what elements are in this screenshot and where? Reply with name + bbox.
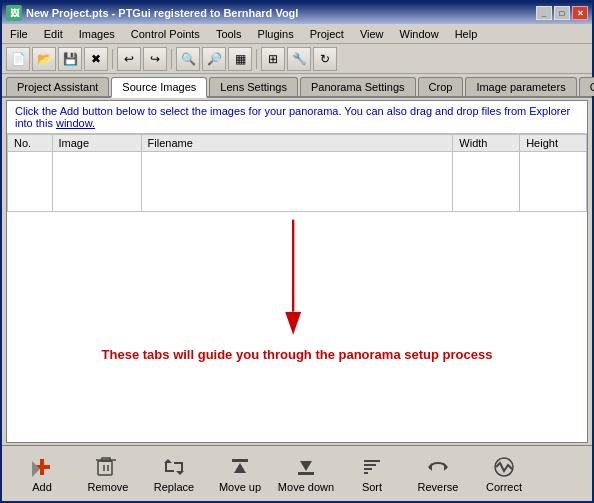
svg-marker-21 — [444, 463, 448, 471]
redo-button[interactable]: ↪ — [143, 47, 167, 71]
replace-icon — [162, 455, 186, 479]
sort-icon — [360, 455, 384, 479]
remove-icon — [96, 455, 120, 479]
sort-label: Sort — [362, 481, 382, 493]
menu-file[interactable]: File — [6, 26, 32, 42]
sort-icon-svg — [360, 455, 384, 479]
close-file-button[interactable]: ✖ — [84, 47, 108, 71]
add-icon-svg — [30, 455, 54, 479]
remove-icon-svg — [96, 455, 120, 479]
add-label: Add — [32, 481, 52, 493]
menu-help[interactable]: Help — [451, 26, 482, 42]
move-down-label: Move down — [278, 481, 334, 493]
info-text: Click the Add button below to select the… — [15, 105, 570, 129]
reverse-button[interactable]: Reverse — [406, 450, 470, 498]
cell-filename — [141, 152, 453, 212]
correct-button[interactable]: Correct — [472, 450, 536, 498]
svg-rect-14 — [298, 472, 314, 475]
tab-image-parameters[interactable]: Image parameters — [465, 77, 576, 96]
maximize-button[interactable]: □ — [554, 6, 570, 20]
menu-bar: File Edit Images Control Points Tools Pl… — [2, 24, 592, 44]
col-height: Height — [520, 135, 587, 152]
add-icon — [30, 455, 54, 479]
svg-marker-13 — [234, 463, 246, 473]
replace-label: Replace — [154, 481, 194, 493]
toolbar: 📄 📂 💾 ✖ ↩ ↪ 🔍 🔎 ▦ ⊞ 🔧 ↻ — [2, 44, 592, 74]
tab-project-assistant[interactable]: Project Assistant — [6, 77, 109, 96]
correct-icon — [492, 455, 516, 479]
title-bar-left: 🖼 New Project.pts - PTGui registered to … — [6, 5, 298, 21]
info-link[interactable]: window. — [56, 117, 95, 129]
menu-plugins[interactable]: Plugins — [254, 26, 298, 42]
separator-2 — [171, 49, 172, 69]
save-button[interactable]: 💾 — [58, 47, 82, 71]
svg-rect-12 — [232, 459, 248, 462]
svg-marker-15 — [300, 461, 312, 471]
tab-source-images[interactable]: Source Images — [111, 77, 207, 98]
cell-width — [453, 152, 520, 212]
col-image: Image — [52, 135, 141, 152]
close-button[interactable]: ✕ — [572, 6, 588, 20]
minimize-button[interactable]: _ — [536, 6, 552, 20]
menu-control-points[interactable]: Control Points — [127, 26, 204, 42]
grid-button[interactable]: ▦ — [228, 47, 252, 71]
tab-lens-settings[interactable]: Lens Settings — [209, 77, 298, 96]
menu-edit[interactable]: Edit — [40, 26, 67, 42]
menu-window[interactable]: Window — [396, 26, 443, 42]
move-down-button[interactable]: Move down — [274, 450, 338, 498]
tab-panorama-settings[interactable]: Panorama Settings — [300, 77, 416, 96]
svg-rect-3 — [40, 459, 44, 475]
menu-project[interactable]: Project — [306, 26, 348, 42]
remove-button[interactable]: Remove — [76, 450, 140, 498]
tab-control-points[interactable]: Control Points — [579, 77, 594, 96]
zoom-button[interactable]: 🔎 — [202, 47, 226, 71]
correct-icon-svg — [492, 455, 516, 479]
move-up-icon-svg — [228, 455, 252, 479]
search-button[interactable]: 🔍 — [176, 47, 200, 71]
col-no: No. — [8, 135, 53, 152]
col-width: Width — [453, 135, 520, 152]
svg-rect-5 — [98, 461, 112, 475]
new-button[interactable]: 📄 — [6, 47, 30, 71]
reverse-label: Reverse — [418, 481, 459, 493]
replace-button[interactable]: Replace — [142, 450, 206, 498]
main-content: Click the Add button below to select the… — [6, 100, 588, 443]
move-down-icon-svg — [294, 455, 318, 479]
separator-3 — [256, 49, 257, 69]
menu-tools[interactable]: Tools — [212, 26, 246, 42]
tab-crop[interactable]: Crop — [418, 77, 464, 96]
svg-marker-4 — [32, 461, 40, 477]
svg-marker-11 — [176, 471, 184, 475]
title-bar: 🖼 New Project.pts - PTGui registered to … — [2, 2, 592, 24]
correct-label: Correct — [486, 481, 522, 493]
separator-1 — [112, 49, 113, 69]
content-area: Click the Add button below to select the… — [2, 98, 592, 445]
reverse-icon-svg — [426, 455, 450, 479]
refresh-button[interactable]: ↻ — [313, 47, 337, 71]
sort-button[interactable]: Sort — [340, 450, 404, 498]
cell-no — [8, 152, 53, 212]
move-up-button[interactable]: Move up — [208, 450, 272, 498]
menu-images[interactable]: Images — [75, 26, 119, 42]
align-button[interactable]: ⊞ — [261, 47, 285, 71]
undo-button[interactable]: ↩ — [117, 47, 141, 71]
tools-button[interactable]: 🔧 — [287, 47, 311, 71]
annotation-container: These tabs will guide you through the pa… — [7, 212, 587, 442]
app-icon: 🖼 — [6, 5, 22, 21]
open-button[interactable]: 📂 — [32, 47, 56, 71]
move-up-icon — [228, 455, 252, 479]
remove-label: Remove — [88, 481, 129, 493]
move-down-icon — [294, 455, 318, 479]
add-button[interactable]: Add — [10, 450, 74, 498]
svg-marker-20 — [428, 463, 432, 471]
annotation-text: These tabs will guide you through the pa… — [102, 347, 493, 362]
reverse-icon — [426, 455, 450, 479]
info-bar: Click the Add button below to select the… — [7, 101, 587, 134]
replace-icon-svg — [162, 455, 186, 479]
table-area: No. Image Filename Width Height — [7, 134, 587, 212]
menu-view[interactable]: View — [356, 26, 388, 42]
window-title: New Project.pts - PTGui registered to Be… — [26, 7, 298, 19]
title-controls: _ □ ✕ — [536, 6, 588, 20]
svg-marker-10 — [164, 459, 172, 463]
cell-height — [520, 152, 587, 212]
